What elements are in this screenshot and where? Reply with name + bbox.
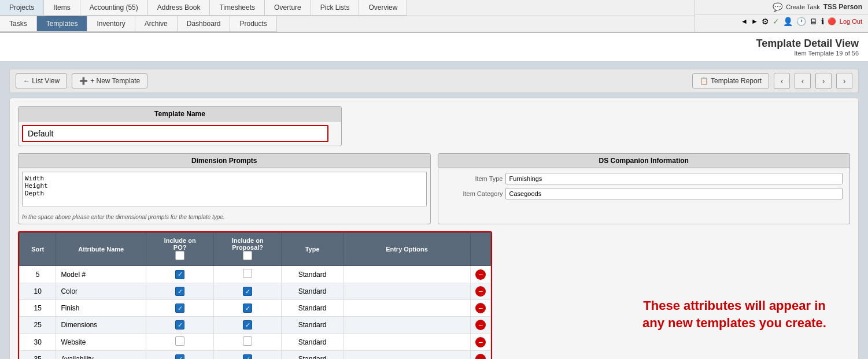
checkmark-icon[interactable]: ✓ (773, 17, 780, 26)
nav-overture[interactable]: Overture (265, 0, 311, 16)
type-model: Standard (282, 266, 343, 283)
entry-dimensions (343, 317, 471, 334)
type-website: Standard (282, 334, 343, 351)
entry-finish (343, 300, 471, 317)
prop-color[interactable]: ✓ (214, 283, 282, 300)
nav-archive[interactable]: Archive (135, 16, 178, 32)
po-dimensions[interactable]: ✓ (146, 317, 214, 334)
nav-templates[interactable]: Templates (37, 16, 88, 32)
item-type-row: Item Type (445, 173, 843, 184)
nav-next-button[interactable]: › (815, 73, 832, 89)
logout-icon: 🔴 (828, 17, 836, 25)
po-color[interactable]: ✓ (146, 283, 214, 300)
template-name-section: Template Name (18, 106, 342, 146)
entry-availability (343, 351, 471, 360)
nav-pick-lists[interactable]: Pick Lists (311, 0, 360, 16)
col-actions (471, 233, 491, 266)
entry-website (343, 334, 471, 351)
create-task-button[interactable]: Create Task (786, 3, 820, 10)
nav-projects[interactable]: Projects (0, 0, 44, 16)
settings-icon[interactable]: ⚙ (762, 17, 769, 26)
plus-icon: ➕ (79, 77, 88, 85)
entry-color (343, 283, 471, 300)
prop-availability[interactable]: ✓ (214, 351, 282, 360)
type-color: Standard (282, 283, 343, 300)
report-icon: 📋 (700, 77, 708, 85)
col-entry-options: Entry Options (343, 233, 471, 266)
attr-color: Color (56, 283, 146, 300)
po-website[interactable] (146, 334, 214, 351)
nav-overview[interactable]: Overview (359, 0, 407, 16)
nav-inventory[interactable]: Inventory (87, 16, 135, 32)
col-include-po: Include onPO? (146, 233, 214, 266)
new-template-button[interactable]: ➕ + New Template (72, 73, 147, 88)
list-view-button[interactable]: ← List View (16, 73, 67, 88)
po-finish[interactable]: ✓ (146, 300, 214, 317)
attr-dimensions: Dimensions (56, 317, 146, 334)
ds-companion-section: DS Companion Information Item Type Item … (438, 153, 851, 224)
person-icon[interactable]: 👤 (783, 17, 793, 26)
dimension-prompts-header: Dimension Prompts (19, 154, 430, 168)
item-type-input[interactable] (505, 173, 843, 184)
attr-finish: Finish (56, 300, 146, 317)
toolbar: ← List View ➕ + New Template 📋 Template … (9, 69, 859, 93)
nav-prev-button[interactable]: ‹ (795, 73, 811, 89)
monitor-icon[interactable]: 🖥 (810, 17, 818, 26)
logout-button[interactable]: Log Out (840, 18, 862, 25)
remove-model[interactable]: − (471, 266, 491, 283)
prop-website[interactable] (214, 334, 282, 351)
attributes-table: Sort Attribute Name Include onPO? Includ… (19, 232, 491, 359)
nav-tasks[interactable]: Tasks (0, 16, 37, 32)
sort-5: 5 (20, 266, 56, 283)
chat-icon: 💬 (773, 2, 782, 12)
po-availability[interactable]: ✓ (146, 351, 214, 360)
remove-website[interactable]: − (471, 334, 491, 351)
prop-model[interactable] (214, 266, 282, 283)
clock-icon[interactable]: 🕐 (796, 17, 806, 26)
table-row: 5 Model # ✓ Standard − (20, 266, 491, 283)
po-model[interactable]: ✓ (146, 266, 214, 283)
left-arrow-icon[interactable]: ◄ (741, 17, 748, 25)
sort-15: 15 (20, 300, 56, 317)
prop-finish[interactable]: ✓ (214, 300, 282, 317)
nav-items[interactable]: Items (44, 0, 80, 16)
template-report-button[interactable]: 📋 Template Report (692, 73, 769, 88)
nav-dashboard[interactable]: Dashboard (178, 16, 231, 32)
nav-last-button[interactable]: › (836, 73, 852, 89)
dimension-prompts-section: Dimension Prompts Width Height Depth In … (18, 153, 431, 224)
page-title: Template Detail View (9, 38, 859, 50)
col-type: Type (282, 233, 343, 266)
ds-companion-header: DS Companion Information (438, 154, 850, 168)
sort-35: 35 (20, 351, 56, 360)
prop-dimensions[interactable]: ✓ (214, 317, 282, 334)
page-header: Template Detail View Item Template 19 of… (0, 33, 868, 62)
item-category-label: Item Category (445, 190, 503, 197)
nav-address-book[interactable]: Address Book (148, 0, 210, 16)
template-name-input[interactable] (22, 125, 328, 142)
attr-website: Website (56, 334, 146, 351)
type-availability: Standard (282, 351, 343, 360)
nav-products[interactable]: Products (230, 16, 276, 32)
sort-10: 10 (20, 283, 56, 300)
right-arrow-icon[interactable]: ► (751, 17, 758, 25)
nav-accounting[interactable]: Accounting (55) (80, 0, 148, 16)
main-content: Template Name Dimension Prompts Width He… (9, 98, 859, 359)
item-category-input[interactable] (505, 188, 843, 199)
col-sort: Sort (20, 233, 56, 266)
info-row: Dimension Prompts Width Height Depth In … (18, 153, 850, 224)
template-name-header: Template Name (19, 107, 341, 121)
remove-color[interactable]: − (471, 283, 491, 300)
remove-finish[interactable]: − (471, 300, 491, 317)
type-finish: Standard (282, 300, 343, 317)
nav-first-button[interactable]: ‹ (774, 73, 790, 89)
dimension-prompts-textarea[interactable]: Width Height Depth (22, 172, 427, 206)
col-attribute-name: Attribute Name (56, 233, 146, 266)
info-icon[interactable]: ℹ (821, 17, 824, 26)
col-include-proposal: Include onProposal? (214, 233, 282, 266)
item-type-label: Item Type (445, 175, 503, 182)
nav-timesheets[interactable]: Timesheets (210, 0, 265, 16)
remove-dimensions[interactable]: − (471, 317, 491, 334)
table-row: 35 Availability ✓ ✓ Standard − (20, 351, 491, 360)
table-row: 15 Finish ✓ ✓ Standard − (20, 300, 491, 317)
remove-availability[interactable]: − (471, 351, 491, 360)
